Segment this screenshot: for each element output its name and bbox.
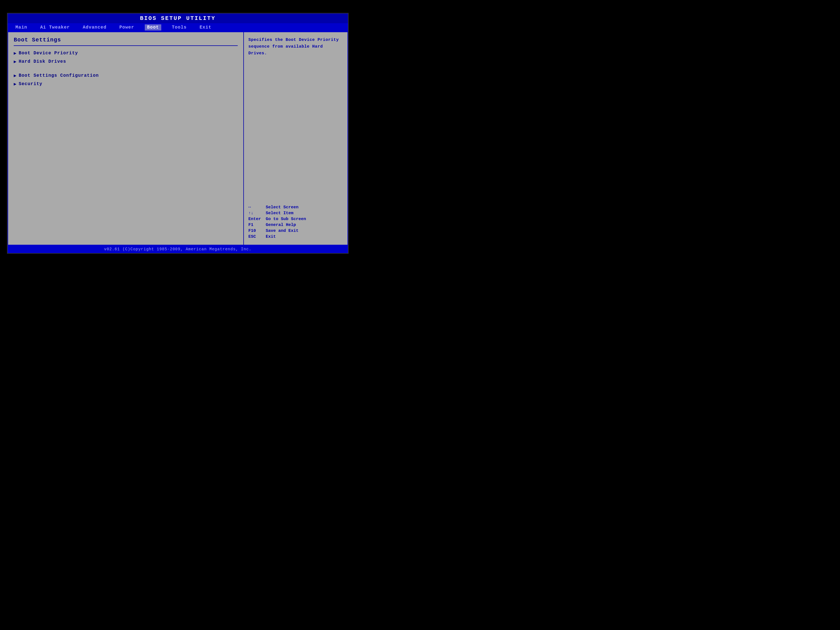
arrow-icon: ▶ [14,51,17,56]
list-item[interactable]: ▶Boot Device Priority [14,51,238,56]
arrow-icon: ▶ [14,59,17,65]
right-panel: Specifies the Boot Device Priority seque… [244,32,347,245]
menu-link-boot-device-priority[interactable]: Boot Device Priority [19,51,78,56]
menu-list: ▶Boot Device Priority▶Hard Disk Drives▶B… [14,51,238,87]
key-desc: Save and Exit [266,229,298,233]
arrow-icon: ▶ [14,81,17,87]
key-label: ↑↓ [248,211,262,216]
key-label: F10 [248,229,262,233]
divider [14,45,238,46]
menu-item-power[interactable]: Power [117,24,136,30]
key-help-row: ↑↓Select Item [248,211,343,216]
key-help-row: ESCExit [248,234,343,239]
description-text: Specifies the Boot Device Priority seque… [248,37,343,57]
key-help-row: F10Save and Exit [248,229,343,233]
menu-item-main[interactable]: Main [13,24,29,30]
key-desc: Go to Sub Screen [266,217,306,221]
bios-screen: BIOS SETUP UTILITY MainAi TweakerAdvance… [7,13,349,254]
key-desc: Select Item [266,211,294,216]
left-panel: Boot Settings ▶Boot Device Priority▶Hard… [8,32,244,245]
bios-title: BIOS SETUP UTILITY [140,15,216,22]
footer-text: v02.61 (C)Copyright 1985-2009, American … [104,247,251,251]
key-help-row: ↔Select Screen [248,205,343,210]
arrow-icon: ▶ [14,73,17,78]
key-help: ↔Select Screen↑↓Select ItemEnterGo to Su… [248,205,343,240]
menu-item-ai-tweaker[interactable]: Ai Tweaker [38,24,72,30]
menu-item-boot[interactable]: Boot [145,24,161,30]
footer-bar: v02.61 (C)Copyright 1985-2009, American … [8,245,348,253]
key-label: F1 [248,223,262,227]
list-item[interactable]: ▶Security [14,81,238,87]
list-item[interactable]: ▶Hard Disk Drives [14,59,238,65]
key-desc: Exit [266,234,276,239]
menu-link-hard-disk-drives[interactable]: Hard Disk Drives [19,59,66,64]
section-title: Boot Settings [14,37,238,43]
list-item[interactable]: ▶Boot Settings Configuration [14,73,238,78]
key-label: Enter [248,217,262,221]
menu-item-exit[interactable]: Exit [197,24,214,30]
key-help-row: EnterGo to Sub Screen [248,217,343,221]
key-help-row: F1General Help [248,223,343,227]
key-desc: Select Screen [266,205,298,210]
title-bar: BIOS SETUP UTILITY [8,13,348,23]
key-label: ESC [248,234,262,239]
content-area: Boot Settings ▶Boot Device Priority▶Hard… [8,32,348,245]
menu-item-tools[interactable]: Tools [170,24,189,30]
menu-spacer [14,67,238,70]
menu-link-security[interactable]: Security [19,82,43,87]
menu-item-advanced[interactable]: Advanced [81,24,109,30]
menu-link-boot-settings-configuration[interactable]: Boot Settings Configuration [19,73,99,78]
key-label: ↔ [248,205,262,210]
menu-bar[interactable]: MainAi TweakerAdvancedPowerBootToolsExit [8,23,348,32]
key-desc: General Help [266,223,296,227]
